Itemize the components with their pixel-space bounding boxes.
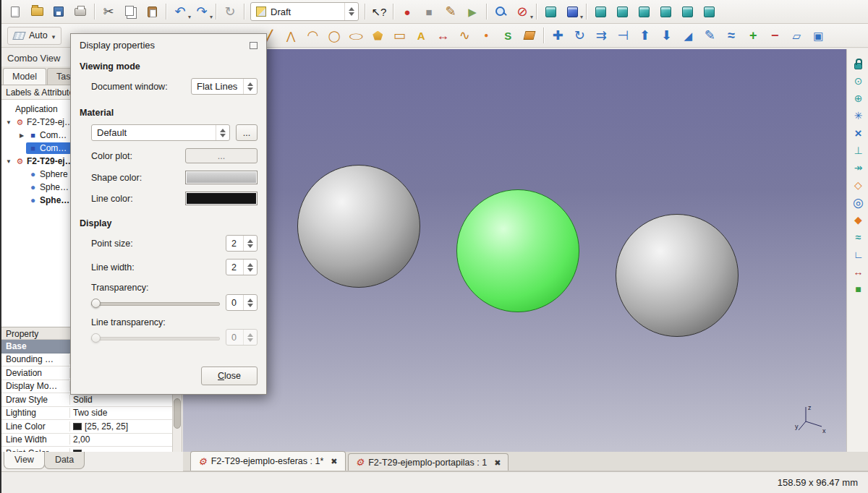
macro-play-button[interactable]: ▶ [461, 2, 483, 22]
view-front-button[interactable] [590, 2, 611, 22]
box-zoom-button[interactable] [490, 2, 511, 22]
draft-facebinder-button[interactable] [519, 26, 540, 46]
print-button[interactable] [69, 2, 91, 22]
draft-add-point-button[interactable]: + [742, 26, 764, 46]
snap-angle-button[interactable]: ◇ [849, 176, 868, 194]
line-color-button[interactable] [185, 192, 258, 205]
snap-lock-button[interactable] [849, 55, 868, 72]
transparency-spinbox[interactable]: 0 [226, 294, 258, 311]
draft-trimex-button[interactable]: ⊣ [612, 26, 634, 46]
draft-arc-button[interactable]: ◠ [302, 26, 323, 46]
cut-button[interactable]: ✂ [98, 2, 119, 22]
copy-button[interactable] [119, 2, 141, 22]
snap-intersection-button[interactable]: × [849, 124, 868, 142]
snap-endpoint-button[interactable]: ⊙ [849, 72, 868, 90]
draft-polygon-button[interactable] [367, 26, 388, 46]
undo-button[interactable]: ↶ [169, 2, 191, 22]
macro-edit-button[interactable]: ✎ [440, 2, 461, 22]
combo-spin-arrows-icon[interactable] [344, 3, 358, 20]
spinbox-arrows-icon[interactable] [243, 236, 257, 251]
shape-color-button[interactable] [185, 171, 258, 184]
refresh-button[interactable]: ↻ [219, 2, 241, 22]
draft-shapestring-button[interactable]: S [497, 26, 519, 46]
close-tab-icon[interactable] [494, 458, 501, 468]
material-select[interactable]: Default [91, 124, 230, 141]
color-plot-button[interactable]: ... [185, 148, 258, 163]
snap-near-button[interactable]: ≈ [849, 228, 868, 246]
document-tab-esferas[interactable]: F2-T29-ejemplo-esferas : 1* [190, 451, 346, 471]
draft-ellipse-button[interactable]: ◯ [345, 26, 367, 46]
property-row[interactable]: Line Width 2,00 [1, 434, 182, 447]
close-button[interactable]: Close [201, 366, 258, 385]
draft-upgrade-button[interactable]: ⬆ [634, 26, 655, 46]
snap-working-plane-button[interactable]: ■ [849, 280, 868, 298]
snap-ortho-button[interactable]: ∟ [849, 246, 868, 263]
draft-edit-button[interactable]: ✎ [699, 26, 720, 46]
property-row[interactable]: Draw Style Solid [1, 393, 182, 407]
sphere-center-green[interactable] [456, 189, 579, 312]
line-width-spinbox[interactable]: 2 [226, 259, 258, 275]
draft-downgrade-button[interactable]: ⬇ [655, 26, 677, 46]
new-file-button[interactable] [4, 2, 26, 22]
draft-bspline-button[interactable]: ∿ [454, 26, 475, 46]
snap-grid-button[interactable]: ✳ [849, 107, 868, 124]
close-tab-icon[interactable] [331, 456, 337, 466]
3d-viewport[interactable]: z y x [183, 49, 846, 452]
snap-midpoint-button[interactable]: ⊕ [849, 90, 868, 107]
draft-shape2dview-button[interactable]: ▱ [786, 26, 807, 46]
draft-move-button[interactable]: ✚ [547, 26, 569, 46]
whats-this-button[interactable]: ↖? [368, 2, 390, 22]
document-window-select[interactable]: Flat Lines [191, 78, 258, 95]
draft-scale-button[interactable]: ◢ [677, 26, 699, 46]
save-button[interactable] [48, 2, 69, 22]
spinbox-arrows-icon[interactable] [243, 295, 257, 310]
draft-clone-button[interactable]: ▣ [807, 26, 829, 46]
property-row[interactable]: Lighting Two side [1, 407, 182, 421]
draft-offset-button[interactable]: ⇉ [590, 26, 612, 46]
draft-wire-to-bspline-button[interactable]: ≈ [720, 26, 742, 46]
property-row[interactable]: Point Color [1, 447, 182, 452]
snap-center-button[interactable]: ◎ [849, 194, 868, 211]
document-tab-portapilas[interactable]: F2-T29-ejemplo-portapilas : 1 [348, 453, 509, 471]
macro-stop-button[interactable]: ■ [418, 2, 440, 22]
view-bottom-button[interactable] [676, 2, 698, 22]
draft-dimension-button[interactable]: ↔ [432, 26, 454, 46]
view-rear-button[interactable] [655, 2, 676, 22]
draft-working-plane-button[interactable]: Auto [7, 27, 61, 45]
view-top-button[interactable] [611, 2, 633, 22]
tree-expander-icon[interactable]: ▶ [17, 132, 26, 139]
slider-handle[interactable] [91, 299, 101, 308]
tree-expander-icon[interactable]: ▼ [4, 119, 13, 126]
transparency-slider[interactable] [91, 296, 220, 309]
draw-style-button[interactable]: ⊘ [511, 2, 533, 22]
material-more-button[interactable]: ... [236, 124, 258, 141]
redo-button[interactable]: ↷ [191, 2, 213, 22]
draft-delete-point-button[interactable]: − [764, 26, 786, 46]
sphere-left-gray[interactable] [297, 165, 420, 288]
draft-rectangle-button[interactable]: ▭ [388, 26, 410, 46]
view-axonometric-button[interactable] [561, 2, 583, 22]
spinbox-arrows-icon[interactable] [243, 260, 257, 275]
open-file-button[interactable] [26, 2, 48, 22]
sphere-right-gray[interactable] [616, 214, 739, 337]
scrollbar-thumb[interactable] [174, 398, 181, 429]
snap-dimensions-button[interactable]: ↔ [849, 263, 868, 280]
paste-button[interactable] [141, 2, 163, 22]
view-right-button[interactable] [633, 2, 655, 22]
combo-spin-arrows-icon[interactable] [216, 125, 229, 140]
tab-view[interactable]: View [4, 452, 45, 469]
tab-model[interactable]: Model [3, 68, 46, 85]
draft-circle-button[interactable]: ◯ [323, 26, 345, 46]
draft-rotate-button[interactable]: ↻ [569, 26, 590, 46]
snap-extension-button[interactable]: ↠ [849, 159, 868, 176]
float-panel-icon[interactable] [250, 42, 258, 49]
snap-special-button[interactable]: ◆ [849, 211, 868, 228]
draft-point-button[interactable]: ● [475, 26, 497, 46]
snap-perpendicular-button[interactable]: ⊥ [849, 142, 868, 159]
tree-expander-icon[interactable]: ▼ [4, 158, 13, 165]
workbench-selector[interactable]: Draft [250, 2, 359, 21]
view-left-button[interactable] [698, 2, 720, 22]
draft-wire-button[interactable]: ⋀ [280, 26, 302, 46]
point-size-spinbox[interactable]: 2 [226, 235, 258, 252]
macro-record-button[interactable]: ● [396, 2, 418, 22]
